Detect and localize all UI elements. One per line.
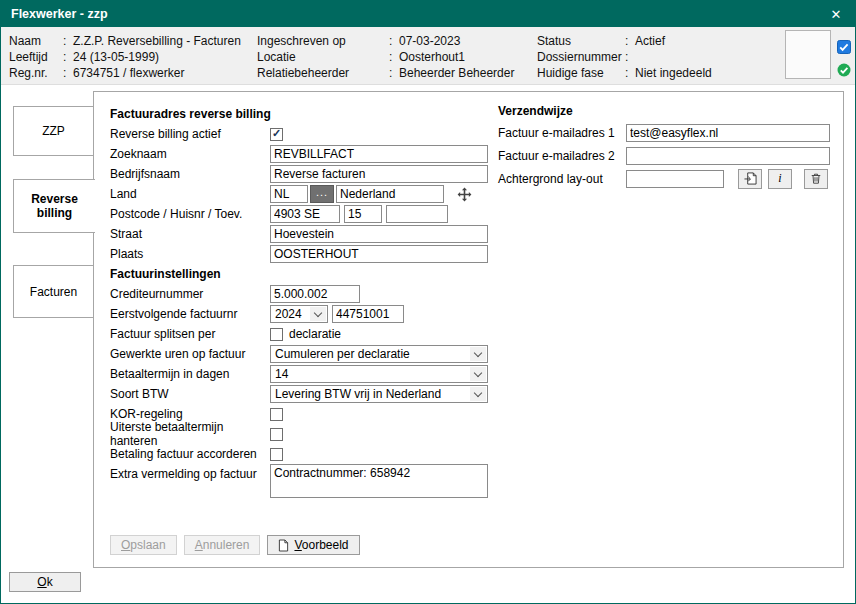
bedrijfsnaam-input[interactable] (270, 165, 488, 183)
info-row-leeftijd: Leeftijd:24 (13-05-1999) (9, 49, 241, 65)
check-icon: ✓ (272, 128, 281, 139)
flexwerker-dialog: Flexwerker - zzp ✕ Naam:Z.Z.P. Reversebi… (0, 0, 856, 604)
info-row-naam: Naam:Z.Z.P. Reversebilling - Facturen (9, 33, 241, 49)
soort-btw-label: Soort BTW (110, 387, 270, 401)
straat-input[interactable] (270, 225, 488, 243)
preview-icon (278, 539, 289, 552)
tab-facturen[interactable]: Facturen (13, 265, 94, 318)
preview-button[interactable]: Voorbeeld (267, 535, 359, 555)
field-factuur-splitsen: Factuur splitsen per declaratie (110, 324, 500, 344)
move-button[interactable] (454, 184, 474, 204)
reverse-billing-actief-checkbox[interactable]: ✓ (270, 128, 283, 141)
field-gewerkte-uren: Gewerkte uren op factuur Cumuleren per d… (110, 344, 500, 364)
betaaltermijn-select[interactable]: 14 (270, 365, 488, 383)
field-land: Land ... (110, 184, 500, 204)
land-browse-button[interactable]: ... (310, 185, 334, 203)
soort-btw-select[interactable]: Levering BTW vrij in Nederland (270, 385, 488, 403)
info-row-status: Status:Actief (537, 33, 712, 49)
leeftijd-value: 24 (13-05-1999) (73, 49, 241, 65)
field-uiterste-betaaltermijn: Uiterste betaaltermijn hanteren (110, 424, 500, 444)
achtergrond-input[interactable] (626, 170, 724, 188)
straat-label: Straat (110, 227, 270, 241)
separator: : (389, 49, 399, 65)
separator: : (389, 65, 399, 81)
info-row-relatiebeheerder: Relatiebeheerder:Beheerder Beheerder (257, 65, 514, 81)
ingeschreven-label: Ingeschreven op (257, 33, 389, 49)
betaaltermijn-value: 14 (275, 367, 288, 381)
huisnr-input[interactable] (344, 205, 382, 223)
layout-info-button[interactable]: i (768, 169, 792, 189)
land-naam-input[interactable] (336, 185, 444, 203)
field-straat: Straat (110, 224, 500, 244)
kor-checkbox[interactable] (270, 408, 283, 421)
tab-facturen-label: Facturen (30, 285, 77, 299)
toevoeging-input[interactable] (386, 205, 448, 223)
layout-select-button[interactable] (738, 169, 762, 189)
email1-input[interactable] (626, 124, 830, 142)
betaling-checkbox[interactable] (270, 448, 283, 461)
cancel-button[interactable]: Annuleren (184, 535, 261, 555)
zoeknaam-input[interactable] (270, 145, 488, 163)
selected-checkbox-icon[interactable] (837, 40, 851, 54)
save-button[interactable]: Opslaan (110, 535, 177, 555)
field-achtergrond-layout: Achtergrond lay-out i (498, 167, 834, 190)
plaats-label: Plaats (110, 247, 270, 261)
info-row-locatie: Locatie:Oosterhout1 (257, 49, 514, 65)
field-soort-btw: Soort BTW Levering BTW vrij in Nederland (110, 384, 500, 404)
factuuradres-form: Factuuradres reverse billing Reverse bil… (110, 104, 500, 555)
relatiebeheerder-label: Relatiebeheerder (257, 65, 389, 81)
crediteurnummer-input[interactable] (270, 285, 360, 303)
info-row-dossiernummer: Dossiernummer: (537, 49, 712, 65)
land-code-input[interactable] (270, 185, 308, 203)
huidige-fase-value: Niet ingedeeld (635, 65, 712, 81)
betaaltermijn-label: Betaaltermijn in dagen (110, 367, 270, 381)
factuurnr-input[interactable] (332, 305, 404, 323)
zoeknaam-label: Zoeknaam (110, 147, 270, 161)
huidige-fase-label: Huidige fase (537, 65, 625, 81)
field-zoeknaam: Zoeknaam (110, 144, 500, 164)
email2-input[interactable] (626, 147, 830, 165)
header-column-2: Ingeschreven op:07-03-2023 Locatie:Ooste… (257, 33, 514, 81)
info-row-huidige-fase: Huidige fase:Niet ingedeeld (537, 65, 712, 81)
field-reverse-billing-actief: Reverse billing actief ✓ (110, 124, 500, 144)
factuurnr-label: Eerstvolgende factuurnr (110, 307, 270, 321)
ok-button[interactable]: Ok (9, 572, 81, 592)
section-title-factuuradres: Factuuradres reverse billing (110, 107, 271, 121)
ingeschreven-value: 07-03-2023 (399, 33, 514, 49)
leeftijd-label: Leeftijd (9, 49, 63, 65)
field-extra-vermelding: Extra vermelding op factuur Contractnumm… (110, 464, 500, 502)
separator: : (63, 49, 73, 65)
info-row-ingeschreven-op: Ingeschreven op:07-03-2023 (257, 33, 514, 49)
email2-label: Factuur e-mailadres 2 (498, 149, 626, 163)
gewerkte-uren-select[interactable]: Cumuleren per declaratie (270, 345, 488, 363)
field-email1: Factuur e-mailadres 1 (498, 121, 834, 144)
separator: : (625, 33, 635, 49)
move-icon (456, 186, 473, 203)
splitsen-checkbox[interactable] (270, 328, 283, 341)
separator: : (625, 49, 635, 65)
chevron-down-icon (470, 347, 486, 361)
tab-zzp[interactable]: ZZP (13, 106, 94, 156)
layout-delete-button[interactable] (804, 169, 828, 189)
reverse-billing-actief-label: Reverse billing actief (110, 127, 270, 141)
form-buttons: Opslaan Annuleren Voorbeeld (110, 535, 500, 555)
document-arrow-icon (744, 172, 757, 185)
field-postcode-huisnr-toev: Postcode / Huisnr / Toev. (110, 204, 500, 224)
betaling-label: Betaling factuur accorderen (110, 447, 270, 461)
plaats-input[interactable] (270, 245, 488, 263)
field-bedrijfsnaam: Bedrijfsnaam (110, 164, 500, 184)
splitsen-label: Factuur splitsen per (110, 327, 270, 341)
postcode-input[interactable] (270, 205, 340, 223)
info-icon: i (778, 171, 781, 186)
close-button[interactable]: ✕ (827, 7, 845, 22)
header-status-icons (837, 40, 851, 77)
extra-vermelding-textarea[interactable]: Contractnummer: 658942 (270, 464, 488, 498)
factuurnr-year-select[interactable]: 2024 (270, 305, 328, 323)
titlebar[interactable]: Flexwerker - zzp ✕ (1, 1, 855, 27)
uiterste-checkbox[interactable] (270, 428, 283, 441)
locatie-value: Oosterhout1 (399, 49, 514, 65)
separator: : (63, 33, 73, 49)
tab-reverse-billing[interactable]: Reverse billing (13, 179, 95, 233)
status-value: Actief (635, 33, 712, 49)
uiterste-label: Uiterste betaaltermijn hanteren (110, 420, 270, 448)
